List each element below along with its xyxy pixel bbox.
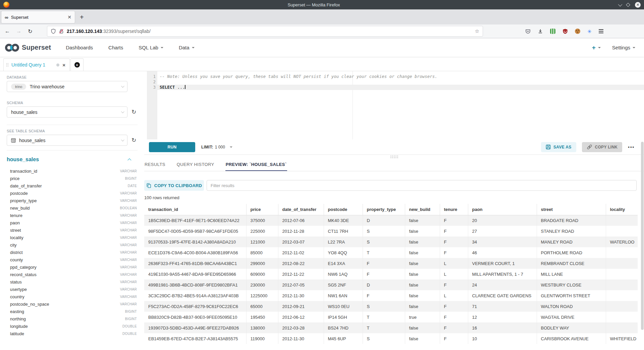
cookie-extension-icon[interactable]	[575, 29, 580, 34]
tab-close-icon[interactable]: ✕	[67, 14, 71, 20]
database-select[interactable]: trino Trino warehouse	[7, 81, 127, 92]
column-header[interactable]: postcode	[324, 204, 363, 215]
schema-column-row[interactable]: districtVARCHAR	[7, 249, 137, 256]
schema-column-row[interactable]: ppd_categoryVARCHAR	[7, 263, 137, 271]
schema-column-row[interactable]: date_of_transferDATE	[7, 182, 137, 189]
schema-column-row[interactable]: countryVARCHAR	[7, 293, 137, 300]
tab-query-history[interactable]: QUERY HISTORY	[176, 159, 215, 171]
schema-column-row[interactable]: postcodeVARCHAR	[7, 189, 137, 197]
window-minimize-icon[interactable]	[618, 2, 623, 6]
forward-icon[interactable]: →	[15, 28, 22, 34]
table-cell: F	[440, 226, 468, 236]
schema-column-row[interactable]: new_buildBOOLEAN	[7, 204, 137, 212]
schema-column-row[interactable]: localityVARCHAR	[7, 234, 137, 241]
browser-tab[interactable]: ∞ Superset ✕	[1, 11, 75, 24]
table-cell: 98F5DC47-0D05-4D59-95B7-98CA6F1FDE05	[144, 226, 246, 236]
limit-dropdown[interactable]: LIMIT: 1 000	[201, 145, 232, 149]
column-header[interactable]: tenure	[440, 204, 468, 215]
schema-select[interactable]: house_sales	[7, 106, 127, 118]
copy-to-clipboard-button[interactable]: COPY TO CLIPBOARD	[144, 180, 204, 191]
column-header[interactable]: new_build	[405, 204, 440, 215]
schema-column-row[interactable]: tenureVARCHAR	[7, 212, 137, 219]
table-schema-select[interactable]: house_sales	[7, 135, 127, 146]
back-icon[interactable]: ←	[4, 28, 11, 34]
nav-charts[interactable]: Charts	[108, 45, 123, 50]
save-as-button[interactable]: SAVE AS	[541, 142, 576, 152]
schema-column-row[interactable]: property_typeVARCHAR	[7, 197, 137, 204]
url-field[interactable]: 217.160.120.143:32393/superset/sqllab/ ☆	[47, 26, 483, 37]
column-type: VARCHAR	[120, 288, 137, 291]
window-close-icon[interactable]: ✕	[635, 2, 641, 8]
table-cell	[606, 279, 638, 290]
column-header[interactable]: transaction_id	[144, 204, 246, 215]
reload-icon[interactable]: ↻	[27, 28, 34, 35]
table-cell: IP14 5GH	[324, 312, 363, 322]
schema-column-row[interactable]: countyVARCHAR	[7, 256, 137, 263]
column-header[interactable]: date_of_transfer	[278, 204, 324, 215]
filter-results-input[interactable]	[207, 180, 637, 191]
table-cell: F5C273AC-0D2A-458F-8279-9C61F0C22EC6	[144, 301, 246, 312]
column-header[interactable]: property_type	[363, 204, 405, 215]
new-tab-button[interactable]: +	[80, 13, 84, 21]
results-scrollbar[interactable]	[641, 142, 644, 330]
drag-handle-icon[interactable]	[6, 63, 8, 67]
schema-column-row[interactable]: postcode_no_spaceVARCHAR	[7, 300, 137, 308]
tab-results[interactable]: RESULTS	[144, 159, 166, 171]
query-tab-close-icon[interactable]: ×	[62, 62, 65, 68]
download-icon[interactable]	[538, 29, 543, 34]
window-maximize-icon[interactable]	[626, 3, 630, 7]
table-cell	[606, 226, 638, 236]
column-header[interactable]: locality	[606, 204, 638, 215]
table-name-heading[interactable]: house_sales	[7, 157, 39, 163]
hamburger-menu-icon[interactable]	[599, 29, 603, 33]
add-new-button[interactable]: +	[592, 44, 601, 51]
table-row: F5C273AC-0D2A-458F-8279-9C61F0C22EC66500…	[144, 301, 638, 312]
table-cell: MK40 3DE	[324, 215, 363, 226]
superset-favicon: ∞	[5, 15, 8, 20]
nav-dashboards[interactable]: Dashboards	[66, 45, 93, 50]
schema-column-row[interactable]: usertypeVARCHAR	[7, 286, 137, 293]
column-header[interactable]: price	[246, 204, 278, 215]
query-tab-active[interactable]: Untitled Query 1 ×	[3, 58, 70, 71]
table-cell: false	[405, 258, 440, 269]
pane-splitter[interactable]	[144, 155, 644, 159]
run-button[interactable]: RUN	[149, 142, 195, 152]
bookmark-star-icon[interactable]: ☆	[475, 28, 479, 34]
nav-sql-lab[interactable]: SQL Lab	[139, 45, 163, 50]
settings-menu[interactable]: Settings	[612, 45, 635, 50]
url-text[interactable]: 217.160.120.143:32393/superset/sqllab/	[67, 29, 472, 34]
table-row: 1B5C39ED-BE7F-41EF-9E71-9C60EED74A223750…	[144, 215, 638, 226]
shield-icon[interactable]	[51, 29, 56, 34]
column-header[interactable]: paon	[468, 204, 537, 215]
schema-column-row[interactable]: cityVARCHAR	[7, 241, 137, 249]
schema-column-row[interactable]: eastingBIGINT	[7, 308, 137, 315]
schema-column-row[interactable]: record_statusVARCHAR	[7, 271, 137, 278]
sql-editor[interactable]: 1 2 3 -- Note: Unless you save your quer…	[144, 71, 644, 139]
refresh-table-icon[interactable]: ↻	[131, 137, 136, 144]
schema-column-row[interactable]: northingBIGINT	[7, 315, 137, 322]
collapse-chevron-icon[interactable]	[127, 158, 131, 162]
nav-data[interactable]: Data	[179, 45, 195, 50]
schema-column-row[interactable]: paonVARCHAR	[7, 219, 137, 226]
superset-logo[interactable]: Superset	[5, 43, 51, 52]
privacy-badger-icon[interactable]	[550, 29, 555, 34]
schema-column-row[interactable]: latitudeDOUBLE	[7, 330, 137, 337]
tab-preview-house-sales[interactable]: PREVIEW: `HOUSE_SALES`	[225, 159, 287, 171]
refresh-schema-icon[interactable]: ↻	[131, 108, 136, 116]
column-header[interactable]: street	[537, 204, 606, 215]
schema-column-row[interactable]: priceBIGINT	[7, 175, 137, 182]
schema-column-row[interactable]: statusVARCHAR	[7, 278, 137, 286]
table-schema-label: SEE TABLE SCHEMA	[7, 129, 144, 133]
schema-column-row[interactable]: transaction_idVARCHAR	[7, 167, 137, 175]
table-cell: WESTBURY CLOSE	[537, 279, 606, 290]
pocket-icon[interactable]	[525, 29, 531, 34]
insecure-lock-icon[interactable]	[59, 29, 64, 34]
schema-column-row[interactable]: streetVARCHAR	[7, 226, 137, 234]
schema-column-row[interactable]: longitudeDOUBLE	[7, 322, 137, 330]
copy-link-button[interactable]: COPY LINK	[582, 142, 623, 152]
ublock-origin-icon[interactable]	[562, 29, 568, 34]
more-options-button[interactable]: •••	[628, 144, 635, 149]
starburst-extension-icon[interactable]: ✳	[587, 29, 592, 34]
add-query-tab-button[interactable]: +	[70, 58, 84, 71]
table-cell: F	[440, 301, 468, 312]
